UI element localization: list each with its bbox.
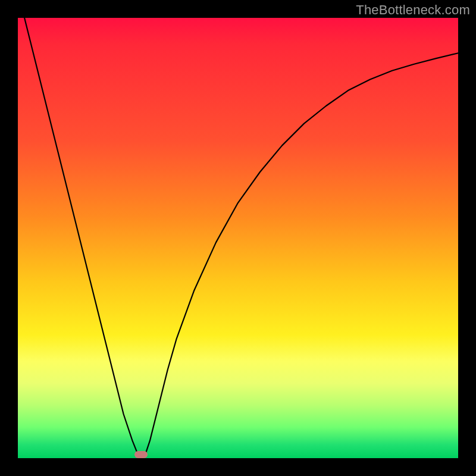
watermark-text: TheBottleneck.com [356,2,470,18]
chart-frame: TheBottleneck.com [0,0,476,476]
optimum-marker [134,451,148,458]
curve-path [18,0,458,458]
bottleneck-curve [18,18,458,458]
plot-area [18,18,458,458]
